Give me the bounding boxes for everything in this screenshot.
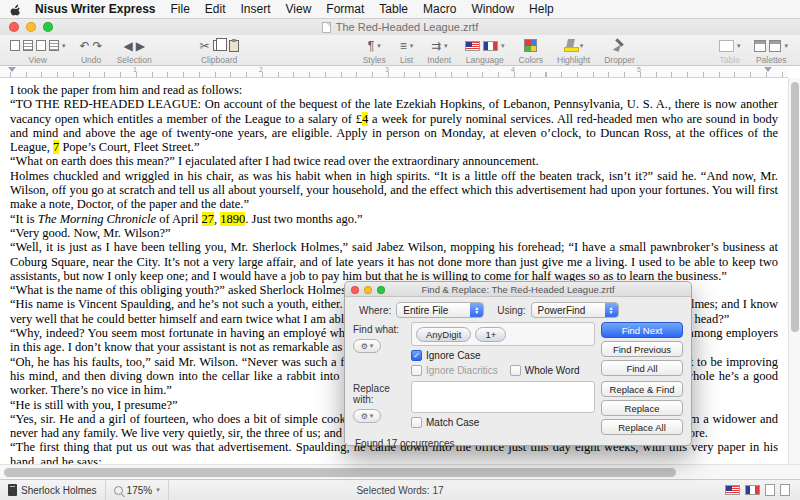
ruler[interactable]: 12345 <box>0 66 788 78</box>
view-mode-icons[interactable]: ▾ <box>10 37 66 54</box>
chevron-down-icon[interactable]: ▾ <box>377 42 381 50</box>
menu-help[interactable]: Help <box>529 2 554 16</box>
highlighted-match[interactable]: 1890 <box>220 212 245 226</box>
menu-table[interactable]: Table <box>379 2 408 16</box>
paste-icon[interactable] <box>229 40 239 52</box>
zoom-level[interactable]: 175% <box>127 485 153 496</box>
style-cell[interactable]: Sherlock Holmes <box>0 480 106 500</box>
cut-icon[interactable]: ✂ <box>200 39 210 53</box>
paragraph[interactable]: “Well, it is just as I have been telling… <box>10 240 778 283</box>
dialog-minimize-button[interactable] <box>364 286 372 294</box>
secondary-flag-icon[interactable] <box>483 41 498 51</box>
replace-button[interactable]: Replace <box>601 400 683 416</box>
toolbar-group-indent[interactable]: ⇉ ▾ Indent <box>427 37 451 65</box>
chevron-down-icon[interactable]: ▾ <box>580 42 584 50</box>
toolbar-group-dropper[interactable]: Dropper <box>604 37 635 65</box>
table-icon[interactable] <box>719 40 734 52</box>
us-flag-icon[interactable] <box>725 485 740 495</box>
find-options-gear-button[interactable]: ⚙▾ <box>353 339 381 353</box>
replace-with-field[interactable] <box>411 381 595 413</box>
find-what-field[interactable]: AnyDigit1+ <box>411 322 595 346</box>
toolbar-group-list[interactable]: ≡ ▾ List <box>400 37 414 65</box>
highlight-icon[interactable] <box>564 39 577 52</box>
dialog-close-button[interactable] <box>351 286 359 294</box>
find-previous-button[interactable]: Find Previous <box>601 341 683 357</box>
chevron-down-icon[interactable]: ▾ <box>444 42 448 50</box>
apple-menu-icon[interactable] <box>10 3 21 16</box>
find-next-button[interactable]: Find Next <box>601 322 683 338</box>
menu-file[interactable]: File <box>171 2 190 16</box>
dialog-title-bar[interactable]: Find & Replace: The Red-Headed League.zr… <box>345 282 691 297</box>
using-select[interactable]: PowerFind ▲▼ <box>531 302 619 318</box>
draft-view-icon[interactable] <box>10 40 20 51</box>
highlighted-match[interactable]: 27 <box>202 212 215 226</box>
replace-all-button[interactable]: Replace All <box>601 419 683 435</box>
zoom-cell[interactable]: 175% ▾ <box>106 480 169 500</box>
paragraph[interactable]: I took the paper from him and read as fo… <box>10 83 778 97</box>
toolbar-group-undo[interactable]: ↶ ↷ Undo <box>80 37 103 65</box>
full-screen-view-icon[interactable] <box>36 40 46 51</box>
chevron-down-icon[interactable]: ▾ <box>737 42 741 50</box>
toolbar-group-language[interactable]: ▾ Language <box>465 37 505 65</box>
paragraph[interactable]: “Very good. Now, Mr. Wilson?” <box>10 226 778 240</box>
chevron-down-icon[interactable]: ▾ <box>501 42 505 50</box>
paragraph[interactable]: “What on earth does this mean?” I ejacul… <box>10 154 778 168</box>
replace-and-find-button[interactable]: Replace & Find <box>601 381 683 397</box>
split-view-icon[interactable] <box>49 40 59 51</box>
toolbar-group-palettes[interactable]: ▾ Palettes <box>754 37 788 65</box>
menu-insert[interactable]: Insert <box>241 2 271 16</box>
paragraph[interactable]: “TO THE RED-HEADED LEAGUE: On account of… <box>10 97 778 154</box>
toolbar-group-view[interactable]: ▾ View <box>10 37 66 65</box>
palette-icon[interactable] <box>754 40 766 52</box>
redo-icon[interactable]: ↷ <box>93 39 103 53</box>
paragraph-style-icon[interactable]: ¶ <box>368 39 374 53</box>
toolbar-group-selection[interactable]: ◀ ▶ Selection <box>117 37 152 65</box>
facing-pages-icon[interactable] <box>780 484 790 496</box>
menu-edit[interactable]: Edit <box>205 2 226 16</box>
select-next-icon[interactable]: ▶ <box>136 39 145 53</box>
paragraph[interactable]: Holmes chuckled and wriggled in his chai… <box>10 169 778 212</box>
zoom-button[interactable] <box>43 22 53 32</box>
vertical-scrollbar[interactable] <box>788 78 800 464</box>
dropper-icon[interactable] <box>613 39 626 52</box>
chevron-down-icon[interactable]: ▾ <box>410 42 414 50</box>
chevron-down-icon[interactable]: ▾ <box>156 486 160 494</box>
style-name[interactable]: Sherlock Holmes <box>21 485 97 496</box>
find-all-button[interactable]: Find All <box>601 360 683 376</box>
ignore-case-checkbox[interactable]: Ignore Case <box>411 350 480 361</box>
palette-dock-icon[interactable] <box>769 40 781 52</box>
dialog-zoom-button[interactable] <box>377 286 385 294</box>
horizontal-scrollbar[interactable] <box>0 464 800 479</box>
indent-icon[interactable]: ⇉ <box>431 39 441 53</box>
copy-icon[interactable] <box>213 40 222 51</box>
powerfind-token[interactable]: 1+ <box>475 327 506 342</box>
paragraph[interactable]: “It is The Morning Chronicle of April 27… <box>10 212 778 226</box>
chevron-down-icon[interactable]: ▾ <box>784 42 788 50</box>
toolbar-group-clipboard[interactable]: ✂ Clipboard <box>200 37 239 65</box>
horizontal-scrollbar-thumb[interactable] <box>4 468 676 477</box>
minimize-button[interactable] <box>26 22 36 32</box>
vertical-scrollbar-thumb[interactable] <box>791 82 799 332</box>
chevron-down-icon[interactable]: ▾ <box>62 42 66 50</box>
match-case-checkbox[interactable]: Match Case <box>411 417 479 428</box>
select-previous-icon[interactable]: ◀ <box>123 39 132 53</box>
menu-window[interactable]: Window <box>471 2 514 16</box>
where-select[interactable]: Entire File ▲▼ <box>396 302 484 318</box>
menu-view[interactable]: View <box>286 2 312 16</box>
secondary-flag-icon[interactable] <box>745 485 760 495</box>
menu-macro[interactable]: Macro <box>423 2 456 16</box>
whole-word-checkbox[interactable]: Whole Word <box>510 365 580 376</box>
undo-icon[interactable]: ↶ <box>80 39 90 53</box>
us-flag-icon[interactable] <box>465 41 480 51</box>
page-view-toggle-icon[interactable] <box>765 484 775 496</box>
toolbar-group-colors[interactable]: Colors <box>519 37 544 65</box>
menu-format[interactable]: Format <box>326 2 364 16</box>
toolbar-group-table[interactable]: ▾ Table <box>719 37 741 65</box>
colors-icon[interactable] <box>524 39 537 52</box>
list-icon[interactable]: ≡ <box>400 39 407 53</box>
page-view-icon[interactable] <box>23 40 33 51</box>
powerfind-token[interactable]: AnyDigit <box>416 327 471 342</box>
toolbar-group-styles[interactable]: ¶ ▾ Styles <box>363 37 386 65</box>
replace-options-gear-button[interactable]: ⚙▾ <box>353 409 381 423</box>
toolbar-group-highlight[interactable]: ▾ Highlight <box>557 37 590 65</box>
